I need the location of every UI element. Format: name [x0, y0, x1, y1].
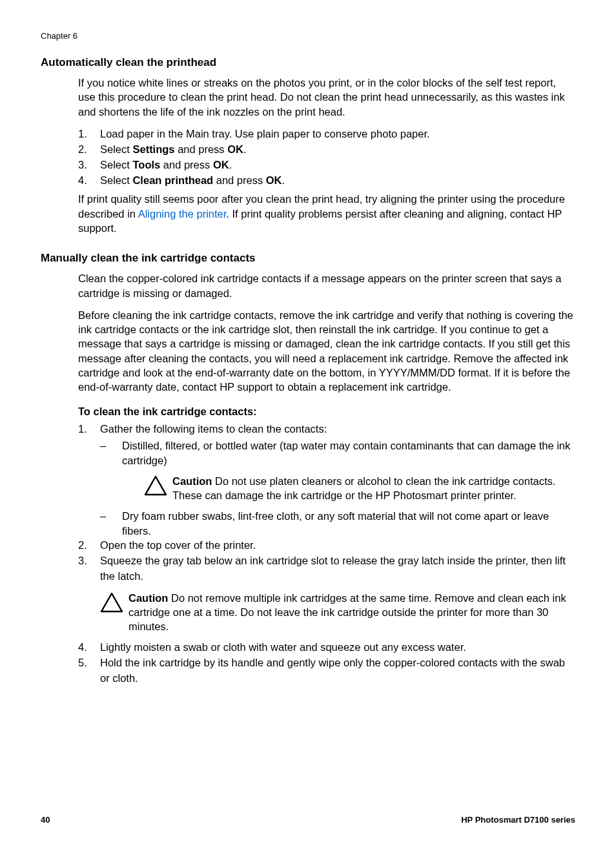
- section-heading-auto-clean: Automatically clean the printhead: [41, 56, 575, 69]
- step-text: Select Tools and press OK.: [100, 159, 232, 170]
- step-text: Lightly moisten a swab or cloth with wat…: [100, 641, 466, 653]
- step-text: Gather the following items to clean the …: [100, 423, 327, 435]
- dash-bullet: –: [100, 509, 106, 523]
- step-number: 3.: [78, 553, 87, 569]
- caution-icon: [100, 592, 123, 613]
- step-text: Select Clean printhead and press OK.: [100, 174, 285, 186]
- section1-step-4: 4. Select Clean printhead and press OK.: [78, 173, 575, 189]
- step-number: 2.: [78, 538, 87, 553]
- dash-bullet: –: [100, 438, 106, 453]
- caution-text: Caution Do not remove multiple ink cartr…: [128, 591, 575, 634]
- sub-text: Distilled, filtered, or bottled water (t…: [122, 440, 570, 466]
- page-number: 40: [41, 815, 50, 825]
- step-number: 3.: [78, 158, 87, 173]
- section2-para2: Before cleaning the ink cartridge contac…: [78, 308, 575, 395]
- sub-text: Dry foam rubber swabs, lint-free cloth, …: [122, 510, 549, 536]
- section1-outro: If print quality still seems poor after …: [78, 192, 575, 235]
- step-number: 1.: [78, 422, 87, 437]
- caution-icon: [144, 475, 167, 496]
- sub-item-distilled-water: – Distilled, filtered, or bottled water …: [100, 438, 575, 502]
- step-text: Load paper in the Main tray. Use plain p…: [100, 128, 430, 139]
- step-number: 2.: [78, 142, 87, 158]
- clean-contacts-subheading: To clean the ink cartridge contacts:: [78, 406, 575, 418]
- aligning-printer-link[interactable]: Aligning the printer: [138, 208, 227, 220]
- section2-step-4: 4. Lightly moisten a swab or cloth with …: [78, 640, 575, 655]
- caution-box-2: Caution Do not remove multiple ink cartr…: [100, 591, 575, 634]
- section1-step-3: 3. Select Tools and press OK.: [78, 158, 575, 173]
- section2-step-1: 1. Gather the following items to clean t…: [78, 422, 575, 538]
- section2-step-3: 3. Squeeze the gray tab below an ink car…: [78, 553, 575, 634]
- chapter-label: Chapter 6: [41, 31, 575, 41]
- step-number: 4.: [78, 640, 87, 655]
- section2-step-5: 5. Hold the ink cartridge by its handle …: [78, 655, 575, 686]
- section1-step-1: 1. Load paper in the Main tray. Use plai…: [78, 127, 575, 142]
- sub-item-dry-swabs: – Dry foam rubber swabs, lint-free cloth…: [100, 509, 575, 538]
- section2-step-2: 2. Open the top cover of the printer.: [78, 538, 575, 553]
- caution-box-1: Caution Do not use platen cleaners or al…: [144, 474, 575, 503]
- section1-intro: If you notice white lines or streaks on …: [78, 76, 575, 119]
- step-text: Squeeze the gray tab below an ink cartri…: [100, 555, 566, 582]
- caution-text: Caution Do not use platen cleaners or al…: [172, 474, 575, 503]
- step-text: Select Settings and press OK.: [100, 143, 247, 155]
- step-text: Hold the ink cartridge by its handle and…: [100, 657, 565, 684]
- product-name: HP Photosmart D7100 series: [461, 815, 575, 825]
- step-number: 5.: [78, 655, 87, 671]
- section1-step-2: 2. Select Settings and press OK.: [78, 142, 575, 158]
- step-number: 4.: [78, 173, 87, 189]
- step-text: Open the top cover of the printer.: [100, 539, 256, 551]
- step-number: 1.: [78, 127, 87, 142]
- section-heading-manual-clean: Manually clean the ink cartridge contact…: [41, 252, 575, 265]
- section2-para1: Clean the copper-colored ink cartridge c…: [78, 271, 575, 300]
